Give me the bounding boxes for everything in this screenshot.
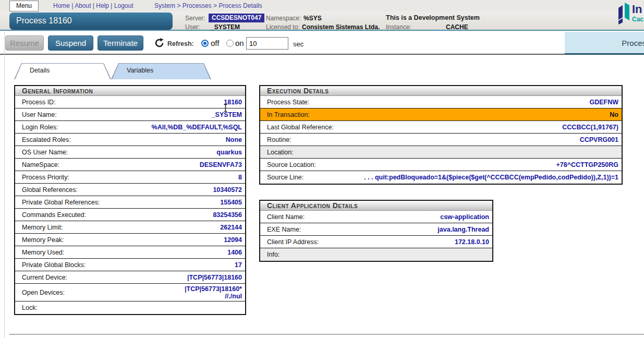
sec-label: sec: [293, 40, 303, 48]
row-label: Memory Limit:: [22, 224, 63, 231]
breadcrumb-processes[interactable]: Processes: [183, 2, 212, 9]
nav-link-logout[interactable]: Logout: [114, 2, 133, 9]
row-value: . . . quit:pedBloqueado=1&($piece($get(^…: [364, 174, 618, 181]
table-row: In Transaction:No: [260, 108, 622, 121]
table-body: Client Name:csw-applicationEXE Name:java…: [260, 211, 492, 261]
table-title: Execution Details: [260, 86, 622, 96]
row-value: quarkus: [216, 149, 242, 156]
header-bar: Process 18160 Server: CCSDESNOT047 User:…: [0, 11, 644, 31]
refresh-interval-input[interactable]: [246, 37, 288, 50]
row-value: 12094: [224, 236, 242, 244]
table-row: NameSpace:DESENVFA73: [15, 159, 245, 171]
row-value: CCCBCC(1,91767): [562, 124, 618, 131]
row-value: 155405: [220, 199, 242, 206]
server-value: CCSDESNOT047: [209, 14, 264, 22]
client-application-details-table: Client Application Details Client Name:c…: [259, 200, 493, 262]
row-value: %All,%DB_%DEFAULT,%SQL: [152, 124, 242, 131]
row-value: |TCP|56773|18160: [187, 274, 242, 281]
refresh-icon: [154, 38, 164, 50]
row-label: Memory Peak:: [22, 236, 64, 244]
table-title: Client Application Details: [260, 201, 492, 211]
table-row: Client IP Address:172.18.0.10: [260, 236, 492, 248]
row-value: csw-application: [440, 213, 489, 221]
ribbon-panel: Proces: [565, 32, 644, 55]
refresh-off-radio[interactable]: [201, 40, 209, 47]
nav-link-about[interactable]: About: [75, 2, 91, 9]
row-label: Login Roles:: [22, 124, 58, 131]
nav-link-help[interactable]: Help: [96, 2, 109, 9]
row-label: Current Device:: [22, 274, 67, 281]
table-row: EXE Name:java.lang.Thread: [260, 223, 492, 236]
row-label: Client IP Address:: [267, 238, 319, 246]
row-label: Private Global Blocks:: [22, 261, 86, 269]
row-value: 83254356: [213, 211, 242, 219]
instance-label: Instance:: [386, 23, 411, 31]
user-value: _SYSTEM: [211, 23, 240, 31]
tab-variables[interactable]: Variables: [111, 63, 211, 79]
table-row: Memory Used:1406: [15, 246, 245, 259]
instance-value: CACHE: [446, 23, 468, 31]
development-system-notice: This is a Development System: [386, 14, 480, 21]
row-label: Client Name:: [267, 213, 305, 221]
refresh-on-label[interactable]: on: [235, 39, 244, 47]
intersystems-logo-mark: [617, 2, 631, 25]
toolbar: Resume Suspend Terminate Refresh: off on…: [0, 32, 644, 55]
logo-text-line1: In: [632, 3, 642, 16]
row-label: Global References:: [22, 186, 78, 194]
top-bar: Menu Home | About | Help | Logout System…: [0, 0, 644, 11]
suspend-button[interactable]: Suspend: [48, 35, 93, 51]
table-row: Private Global References:155405: [15, 196, 245, 209]
ribbon-title: Proces: [622, 39, 644, 47]
table-body: Process ID:18160User Name:_SYSTEMLogin R…: [15, 96, 245, 314]
resume-button[interactable]: Resume: [5, 35, 44, 51]
table-row: Escalated Roles:None: [15, 134, 245, 146]
row-label: Escalated Roles:: [22, 136, 71, 143]
general-information-table: General Information Process ID:18160User…: [14, 85, 246, 315]
table-row: Commands Executed:83254356: [15, 209, 245, 221]
tab-label: Variables: [111, 63, 211, 78]
row-label: Process Priority:: [22, 174, 69, 181]
separator: |: [109, 2, 114, 9]
table-row: Info:: [260, 248, 492, 261]
table-row: Memory Peak:12094: [15, 234, 245, 246]
row-value: 10340572: [213, 186, 242, 194]
tab-label: Details: [14, 63, 111, 78]
table-body: Process State:GDEFNWIn Transaction:NoLas…: [260, 96, 622, 184]
row-value: GDEFNW: [589, 99, 618, 106]
row-value: CCPVRG001: [580, 136, 618, 143]
separator: |: [91, 2, 96, 9]
row-value: java.lang.Thread: [438, 226, 489, 233]
refresh-on-radio[interactable]: [226, 40, 234, 47]
user-label: User:: [185, 23, 200, 31]
text-cursor: [223, 104, 228, 114]
row-label: Open Devices:: [22, 289, 65, 296]
row-label: Info:: [267, 251, 280, 258]
table-row: Last Global Reference:CCCBCC(1,91767): [260, 121, 622, 134]
table-row: Global References:10340572: [15, 184, 245, 196]
row-label: Lock:: [22, 304, 38, 311]
menu-button[interactable]: Menu: [9, 1, 39, 11]
row-value: No: [610, 111, 618, 118]
breadcrumb-system[interactable]: System: [154, 2, 175, 9]
table-row: Current Device:|TCP|56773|18160: [15, 271, 245, 284]
row-value: +78^CCTTGP250RG: [556, 161, 619, 168]
licensed-to-value: Consistem Sistemas Ltda.: [302, 23, 380, 31]
refresh-off-label[interactable]: off: [211, 39, 219, 47]
row-value: 262144: [220, 224, 242, 231]
row-label: Commands Executed:: [22, 211, 86, 219]
logo-text-line2: Cac: [632, 16, 643, 23]
breadcrumb-process-details[interactable]: Process Details: [218, 2, 262, 9]
table-row: Source Location:+78^CCTTGP250RG: [260, 159, 622, 171]
namespace-label: Namespace:: [266, 15, 301, 22]
row-label: OS User Name:: [22, 149, 68, 156]
page-left-edge: [4, 32, 5, 338]
table-row: Client Name:csw-application: [260, 211, 492, 223]
row-value: |TCP|56773|18160* //./nul: [185, 285, 242, 300]
terminate-button[interactable]: Terminate: [98, 35, 143, 51]
tab-details[interactable]: Details: [14, 63, 111, 79]
nav-link-home[interactable]: Home: [53, 2, 70, 9]
process-details-page: { "top_bar": { "menu_label": "Menu", "li…: [0, 0, 644, 338]
licensed-to-label: Licensed to:: [266, 23, 300, 31]
table-row: Routine:CCPVRG001: [260, 134, 622, 146]
row-label: EXE Name:: [267, 226, 301, 233]
